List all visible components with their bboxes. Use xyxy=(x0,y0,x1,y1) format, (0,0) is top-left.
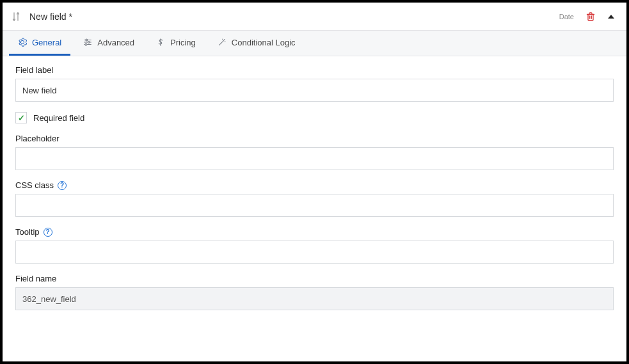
placeholder-group: Placeholder xyxy=(15,134,614,170)
tooltip-label: Tooltip xyxy=(15,227,40,237)
tab-label: Pricing xyxy=(170,38,196,47)
help-icon[interactable]: ? xyxy=(44,228,52,237)
field-name-group: Field name xyxy=(15,274,614,310)
required-label: Required field xyxy=(33,113,84,123)
placeholder-label: Placeholder xyxy=(15,134,60,143)
required-field-group: ✓ Required field xyxy=(15,112,614,123)
field-name-label: Field name xyxy=(15,274,56,283)
tab-label: General xyxy=(32,38,61,47)
svg-point-3 xyxy=(85,44,87,45)
css-class-input[interactable] xyxy=(15,194,614,217)
required-checkbox[interactable]: ✓ xyxy=(15,112,27,123)
drag-handle-icon[interactable] xyxy=(12,12,20,22)
field-label-text: Field label xyxy=(15,65,53,75)
svg-point-1 xyxy=(86,39,88,41)
css-class-label: CSS class xyxy=(15,180,54,190)
tab-label: Conditional Logic xyxy=(232,38,296,47)
field-header: New field * Date xyxy=(3,3,626,31)
field-label-group: Field label xyxy=(15,65,614,102)
svg-marker-0 xyxy=(608,15,614,19)
field-label-input[interactable] xyxy=(15,79,614,102)
field-title: New field * xyxy=(29,12,72,22)
gear-icon xyxy=(18,38,27,47)
placeholder-input[interactable] xyxy=(15,147,614,170)
help-icon[interactable]: ? xyxy=(58,181,67,190)
tabs-bar: General Advanced Pricing xyxy=(3,31,626,56)
dollar-icon xyxy=(156,38,165,47)
tooltip-input[interactable] xyxy=(15,241,614,264)
tab-conditional-logic[interactable]: Conditional Logic xyxy=(209,31,305,56)
tab-advanced[interactable]: Advanced xyxy=(74,31,143,56)
css-class-group: CSS class ? xyxy=(15,180,614,217)
tooltip-group: Tooltip ? xyxy=(15,227,614,264)
tab-general[interactable]: General xyxy=(9,31,70,56)
field-name-input[interactable] xyxy=(15,287,614,310)
form-body: Field label ✓ Required field Placeholder… xyxy=(3,56,626,333)
tab-label: Advanced xyxy=(97,38,134,47)
field-type-badge: Date xyxy=(559,13,574,20)
tab-pricing[interactable]: Pricing xyxy=(147,31,205,56)
wand-icon xyxy=(218,38,227,47)
trash-icon[interactable] xyxy=(585,12,596,22)
collapse-icon[interactable] xyxy=(607,13,615,20)
sliders-icon xyxy=(83,38,92,47)
svg-point-2 xyxy=(88,42,90,44)
